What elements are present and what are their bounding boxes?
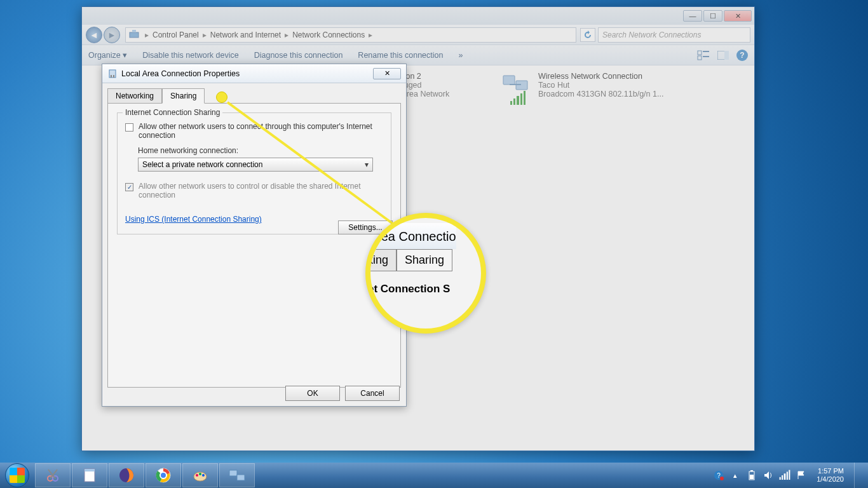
taskbar-snipping-tool[interactable] [35, 463, 71, 487]
taskbar: ? ▴ 1:57 PM 1/4/2020 [0, 463, 868, 488]
callout-dot [216, 92, 227, 103]
svg-rect-7 [724, 51, 729, 60]
taskbar-clock[interactable]: 1:57 PM 1/4/2020 [813, 467, 848, 484]
mag-tab-networking: king [365, 249, 397, 271]
svg-rect-12 [113, 75, 114, 78]
svg-rect-4 [698, 56, 702, 60]
breadcrumb-icon [128, 29, 141, 41]
home-network-dropdown[interactable]: Select a private network connection [138, 158, 373, 172]
search-input[interactable]: Search Network Connections [598, 27, 750, 43]
action-center-icon[interactable]: ? [714, 470, 724, 480]
start-button[interactable] [0, 463, 34, 488]
nav-bar: ◄ ► ▸ Control Panel ▸ Network and Intern… [82, 25, 754, 45]
svg-rect-34 [750, 475, 754, 479]
ics-help-link[interactable]: Using ICS (Internet Connection Sharing) [125, 215, 262, 224]
taskbar-notepad[interactable] [72, 463, 107, 487]
adapter-icon [107, 69, 118, 79]
close-button[interactable]: ✕ [724, 10, 752, 22]
flag-icon[interactable] [796, 470, 806, 480]
tab-networking[interactable]: Networking [107, 88, 162, 103]
home-network-label: Home networking connection: [138, 146, 383, 155]
dropdown-value: Select a private network connection [142, 160, 262, 169]
svg-rect-0 [130, 32, 139, 37]
volume-icon[interactable] [763, 470, 773, 480]
callout-magnifier: rea Connectio king Sharing et Connection… [365, 213, 486, 334]
allow-control-checkbox [125, 183, 133, 191]
network-tray-icon[interactable] [780, 470, 790, 480]
breadcrumb-seg[interactable]: Control Panel [150, 30, 201, 39]
window-titlebar: — ☐ ✕ [82, 7, 754, 25]
svg-rect-11 [111, 75, 112, 78]
taskbar-network-connections[interactable] [219, 463, 255, 487]
view-options-icon[interactable] [697, 50, 710, 60]
taskbar-paint[interactable] [182, 463, 218, 487]
allow-control-label: Allow other network users to control or … [139, 182, 383, 200]
breadcrumb-seg[interactable]: Network and Internet [208, 30, 283, 39]
ics-group: Internet Connection Sharing Allow other … [117, 112, 391, 234]
taskbar-firefox[interactable] [109, 463, 144, 487]
dialog-titlebar: Local Area Connection Properties ✕ [102, 64, 406, 83]
svg-rect-8 [503, 76, 515, 85]
svg-rect-3 [703, 51, 709, 52]
more-commands[interactable]: » [458, 51, 463, 60]
svg-rect-33 [750, 470, 753, 471]
disable-device-button[interactable]: Disable this network device [142, 51, 238, 60]
connection-properties-dialog: Local Area Connection Properties ✕ Netwo… [102, 64, 407, 407]
clock-time: 1:57 PM [817, 467, 844, 475]
diagnose-button[interactable]: Diagnose this connection [254, 51, 343, 60]
svg-rect-1 [132, 30, 136, 32]
svg-rect-5 [703, 56, 709, 57]
connection-item-wifi[interactable]: Wireless Network Connection Taco Hut Bro… [501, 72, 663, 98]
back-button[interactable]: ◄ [86, 27, 102, 43]
sharing-tab-panel: Internet Connection Sharing Allow other … [107, 103, 401, 388]
ok-button[interactable]: OK [285, 386, 340, 401]
dialog-tabs: Networking Sharing [107, 88, 401, 103]
preview-pane-icon[interactable] [717, 51, 729, 60]
help-icon[interactable]: ? [736, 50, 748, 61]
dialog-close-button[interactable]: ✕ [373, 68, 401, 79]
svg-point-25 [199, 473, 201, 475]
allow-connect-checkbox[interactable] [125, 123, 133, 132]
show-desktop-button[interactable] [854, 463, 863, 488]
connection-desc: Broadcom 4313GN 802.11b/g/n 1... [538, 90, 663, 98]
svg-rect-27 [229, 470, 237, 476]
connection-title: Wireless Network Connection [538, 72, 663, 81]
svg-rect-28 [237, 475, 245, 480]
cancel-button[interactable]: Cancel [345, 386, 400, 401]
minimize-button[interactable]: — [683, 10, 702, 22]
clock-date: 1/4/2020 [817, 475, 844, 484]
svg-rect-17 [85, 469, 95, 471]
dialog-title: Local Area Connection Properties [121, 69, 240, 78]
svg-point-24 [196, 474, 198, 477]
system-tray: ? ▴ 1:57 PM 1/4/2020 [709, 463, 868, 488]
organize-menu[interactable]: Organize ▾ [88, 50, 127, 60]
allow-connect-label: Allow other network users to connect thr… [139, 122, 383, 140]
connection-status: Taco Hut [538, 81, 663, 90]
mag-group-fragment: et Connection S [365, 271, 456, 295]
svg-point-31 [720, 477, 724, 480]
command-bar: Organize ▾ Disable this network device D… [82, 45, 754, 65]
tab-sharing[interactable]: Sharing [162, 88, 205, 104]
taskbar-chrome[interactable] [146, 463, 181, 487]
maximize-button[interactable]: ☐ [703, 10, 722, 22]
breadcrumb-seg[interactable]: Network Connections [290, 30, 367, 39]
rename-button[interactable]: Rename this connection [358, 51, 443, 60]
svg-point-26 [202, 474, 205, 477]
forward-button[interactable]: ► [104, 27, 120, 43]
breadcrumb[interactable]: ▸ Control Panel ▸ Network and Internet ▸… [125, 27, 576, 43]
svg-rect-10 [109, 70, 116, 78]
mag-tab-sharing: Sharing [397, 249, 452, 271]
search-placeholder: Search Network Connections [602, 30, 701, 39]
refresh-button[interactable] [580, 28, 595, 42]
svg-rect-2 [698, 51, 702, 55]
tray-expand-icon[interactable]: ▴ [730, 470, 740, 480]
group-title: Internet Connection Sharing [123, 108, 222, 117]
battery-icon[interactable] [747, 470, 757, 480]
